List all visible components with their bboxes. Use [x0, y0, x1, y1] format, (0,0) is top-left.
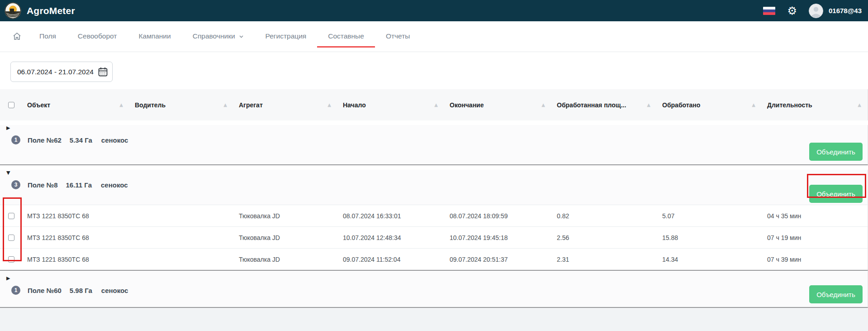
group-title: 1 Поле №60 5.98 Га сенокос — [11, 286, 868, 295]
group-title: 1 Поле №62 5.34 Га сенокос — [11, 135, 868, 144]
nav-tab-sostavnye-active[interactable]: Составные — [317, 28, 375, 48]
cell-end: 10.07.2024 19:45:18 — [444, 234, 551, 241]
sort-icon: ▲ — [858, 102, 861, 107]
work-row-3: МТЗ 1221 8350ТС 68 Тюковалка JD 09.07.20… — [0, 248, 868, 270]
column-header-duration[interactable]: Длительность▲ — [762, 101, 868, 109]
username-label[interactable]: 01678@43 — [829, 7, 862, 14]
page-background — [0, 308, 868, 331]
cell-processed-area: 0.82 — [551, 212, 657, 220]
sort-icon: ▲ — [327, 102, 331, 107]
field-group-row-pole-8: ▼ 3 Поле №8 16.11 Га сенокос Объединить — [0, 170, 868, 205]
group-title: 3 Поле №8 16.11 Га сенокос — [11, 180, 868, 189]
cell-object: МТЗ 1221 8350ТС 68 — [22, 212, 129, 220]
cell-processed: 15.88 — [657, 234, 762, 241]
field-group-row-pole-62: ▶ 1 Поле №62 5.34 Га сенокос Объединить — [0, 125, 868, 165]
count-badge: 1 — [11, 135, 20, 144]
cell-duration: 07 ч 39 мин — [762, 256, 868, 263]
merge-button[interactable]: Объединить — [809, 285, 863, 303]
field-crop: сенокос — [101, 181, 128, 189]
sort-icon: ▲ — [752, 102, 755, 107]
filter-bar — [0, 52, 868, 89]
sort-icon: ▲ — [223, 102, 227, 107]
home-icon — [13, 32, 21, 40]
column-header-processed[interactable]: Обработано▲ — [657, 101, 762, 109]
language-flag-russia-icon[interactable] — [763, 7, 775, 15]
sort-icon: ▲ — [647, 102, 650, 107]
cell-aggregate: Тюковалка JD — [233, 234, 337, 241]
nav-tab-kampanii[interactable]: Кампании — [128, 28, 181, 48]
field-area: 5.34 Га — [70, 136, 92, 144]
column-header-driver[interactable]: Водитель▲ — [129, 101, 233, 109]
field-crop: сенокос — [101, 287, 128, 294]
field-name: Поле №62 — [28, 136, 62, 144]
row-checkbox[interactable] — [8, 256, 14, 263]
page: AgroMeter ⚙ 01678@43 — [0, 0, 868, 331]
cell-aggregate: Тюковалка JD — [233, 212, 337, 220]
chevron-down-icon — [239, 34, 244, 39]
nav-tab-sevooborot[interactable]: Севооборот — [67, 28, 128, 48]
app-title: AgroMeter — [27, 5, 75, 16]
cell-processed-area: 2.56 — [551, 234, 657, 241]
nav-tab-otchety[interactable]: Отчеты — [375, 28, 421, 48]
calendar-icon[interactable] — [98, 67, 108, 77]
work-row-1: МТЗ 1221 8350ТС 68 Тюковалка JD 08.07.20… — [0, 205, 868, 226]
cell-end: 08.07.2024 18:09:59 — [444, 212, 551, 220]
cell-start: 08.07.2024 16:33:01 — [337, 212, 444, 220]
cell-duration: 07 ч 19 мин — [762, 234, 868, 241]
sort-icon: ▲ — [434, 102, 438, 107]
cell-start: 10.07.2024 12:48:34 — [337, 234, 444, 241]
user-avatar-icon[interactable] — [809, 4, 823, 18]
top-bar: AgroMeter ⚙ 01678@43 — [0, 0, 868, 21]
cell-duration: 04 ч 35 мин — [762, 212, 868, 220]
cell-object: МТЗ 1221 8350ТС 68 — [22, 234, 129, 241]
cell-processed-area: 2.31 — [551, 256, 657, 263]
nav-tab-polya[interactable]: Поля — [28, 28, 67, 48]
expander-collapsed-icon[interactable]: ▶ — [6, 125, 15, 131]
cell-processed: 5.07 — [657, 212, 762, 220]
agrometer-logo-icon — [5, 2, 21, 19]
row-checkbox[interactable] — [8, 213, 14, 219]
column-header-processed-area[interactable]: Обработанная площ...▲ — [551, 101, 657, 109]
count-badge: 3 — [11, 180, 20, 189]
field-name: Поле №8 — [28, 181, 57, 189]
cell-processed: 14.34 — [657, 256, 762, 263]
topbar-right: ⚙ 01678@43 — [763, 4, 862, 18]
field-name: Поле №60 — [28, 287, 62, 294]
nav-home[interactable] — [5, 28, 28, 48]
date-range-picker — [10, 62, 113, 82]
count-badge: 1 — [11, 286, 20, 295]
expander-collapsed-icon[interactable]: ▶ — [6, 275, 15, 281]
work-table: Объект▲ Водитель▲ Агрегат▲ Начало▲ Оконч… — [0, 89, 868, 308]
sort-icon: ▲ — [541, 102, 545, 107]
select-all-checkbox[interactable] — [8, 102, 14, 108]
column-header-end[interactable]: Окончание▲ — [444, 101, 551, 109]
row-checkbox[interactable] — [8, 235, 14, 241]
column-header-start[interactable]: Начало▲ — [337, 101, 444, 109]
field-group-row-pole-60: ▶ 1 Поле №60 5.98 Га сенокос Объединить — [0, 270, 868, 308]
main-nav: Поля Севооборот Кампании Справочники Рег… — [0, 21, 868, 52]
cell-start: 09.07.2024 11:52:04 — [337, 256, 444, 263]
merge-button[interactable]: Объединить — [809, 143, 863, 161]
table-header-row: Объект▲ Водитель▲ Агрегат▲ Начало▲ Оконч… — [0, 89, 868, 120]
nav-tab-spravochniki[interactable]: Справочники — [182, 28, 255, 48]
cell-aggregate: Тюковалка JD — [233, 256, 337, 263]
settings-gear-icon[interactable]: ⚙ — [787, 5, 797, 16]
cell-end: 09.07.2024 20:51:37 — [444, 256, 551, 263]
merge-button-highlighted[interactable]: Объединить — [809, 185, 863, 203]
nav-tab-registratsiya[interactable]: Регистрация — [255, 28, 318, 48]
field-crop: сенокос — [101, 136, 128, 144]
work-row-2: МТЗ 1221 8350ТС 68 Тюковалка JD 10.07.20… — [0, 226, 868, 248]
field-area: 5.98 Га — [70, 287, 92, 294]
column-header-object[interactable]: Объект▲ — [22, 101, 129, 109]
user-menu[interactable]: 01678@43 — [809, 4, 862, 18]
cell-object: МТЗ 1221 8350ТС 68 — [22, 256, 129, 263]
column-header-aggregate[interactable]: Агрегат▲ — [233, 101, 337, 109]
field-area: 16.11 Га — [66, 181, 92, 189]
sort-icon: ▲ — [119, 102, 123, 107]
expander-expanded-icon[interactable]: ▼ — [6, 170, 15, 176]
